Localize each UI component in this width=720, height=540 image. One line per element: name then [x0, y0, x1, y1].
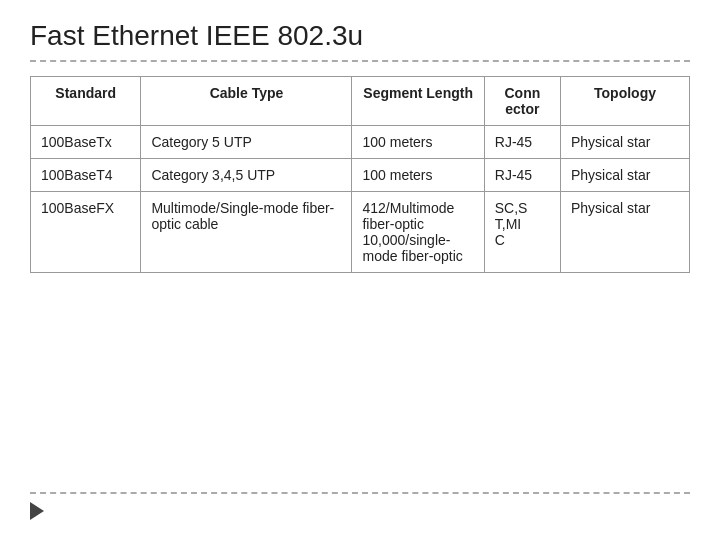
cell-topology-1: Physical star: [561, 159, 690, 192]
cell-segment-2: 412/Multimode fiber-optic 10,000/single-…: [352, 192, 484, 273]
cell-segment-0: 100 meters: [352, 126, 484, 159]
cell-topology-2: Physical star: [561, 192, 690, 273]
header-topology: Topology: [561, 77, 690, 126]
cell-cable-1: Category 3,4,5 UTP: [141, 159, 352, 192]
table-row: 100BaseTx Category 5 UTP 100 meters RJ-4…: [31, 126, 690, 159]
cell-connector-0: RJ-45: [484, 126, 560, 159]
table-row: 100BaseT4 Category 3,4,5 UTP 100 meters …: [31, 159, 690, 192]
nav-arrow-icon: [30, 502, 44, 520]
header-segment-length: Segment Length: [352, 77, 484, 126]
header-cable-type: Cable Type: [141, 77, 352, 126]
cell-standard-2: 100BaseFX: [31, 192, 141, 273]
header-connector: Connector: [484, 77, 560, 126]
cell-topology-0: Physical star: [561, 126, 690, 159]
page-title: Fast Ethernet IEEE 802.3u: [30, 20, 690, 52]
table-row: 100BaseFX Multimode/Single-mode fiber-op…: [31, 192, 690, 273]
cell-connector-1: RJ-45: [484, 159, 560, 192]
table-header-row: Standard Cable Type Segment Length Conne…: [31, 77, 690, 126]
cell-cable-2: Multimode/Single-mode fiber-optic cable: [141, 192, 352, 273]
bottom-divider: [30, 492, 690, 494]
ethernet-table: Standard Cable Type Segment Length Conne…: [30, 76, 690, 273]
cell-standard-0: 100BaseTx: [31, 126, 141, 159]
top-divider: [30, 60, 690, 62]
header-standard: Standard: [31, 77, 141, 126]
footer-arrow: [30, 502, 690, 520]
cell-connector-2: SC,ST,MIC: [484, 192, 560, 273]
cell-standard-1: 100BaseT4: [31, 159, 141, 192]
page-container: Fast Ethernet IEEE 802.3u Standard Cable…: [0, 0, 720, 540]
cell-segment-1: 100 meters: [352, 159, 484, 192]
cell-cable-0: Category 5 UTP: [141, 126, 352, 159]
